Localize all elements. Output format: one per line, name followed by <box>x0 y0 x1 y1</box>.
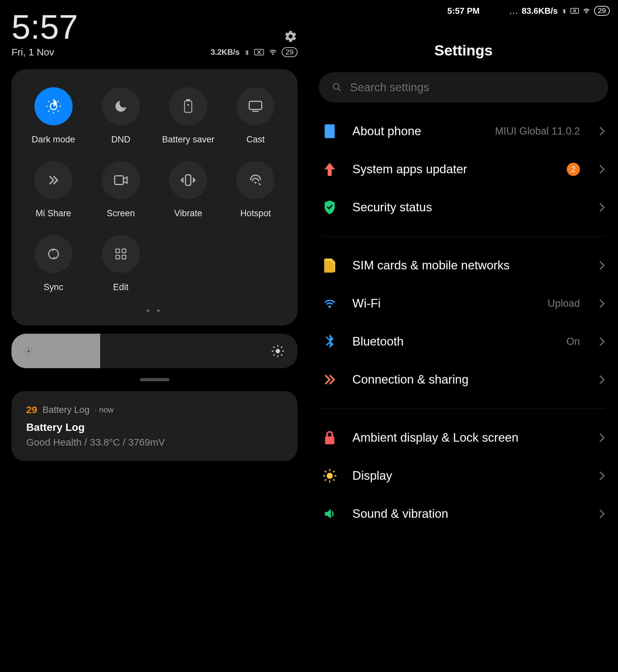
mi-share-icon <box>34 161 73 199</box>
menu-item-wifi[interactable]: Wi-FiUpload <box>309 284 618 322</box>
shade-handle[interactable] <box>140 378 170 381</box>
menu-item-bluetooth[interactable]: BluetoothOn <box>309 322 618 361</box>
shield-check-icon <box>322 200 337 215</box>
brightness-slider[interactable] <box>11 334 298 368</box>
wifi-icon <box>268 48 278 56</box>
svg-line-36 <box>274 347 275 348</box>
notification-card[interactable]: 29 Battery Log · now Battery Log Good He… <box>11 391 298 461</box>
menu-item-sim[interactable]: SIM cards & mobile networks <box>309 246 618 284</box>
search-input[interactable]: Search settings <box>319 72 608 102</box>
qs-tile-dark-mode[interactable]: Dark mode <box>23 87 84 145</box>
quick-settings-panel: Dark modeDNDBattery saverCastMi ShareScr… <box>11 69 298 325</box>
brightness-high-icon <box>271 345 284 358</box>
qs-tile-label: Edit <box>113 282 129 292</box>
menu-item-label: Sound & vibration <box>352 507 584 521</box>
settings-gear-button[interactable] <box>284 10 298 43</box>
menu-item-label: Bluetooth <box>352 335 551 349</box>
svg-line-42 <box>338 89 341 91</box>
wifi-icon <box>582 8 591 14</box>
qs-tile-battery-saver[interactable]: Battery saver <box>158 87 219 145</box>
chevron-right-icon <box>599 509 605 519</box>
qs-tile-label: Battery saver <box>162 135 214 145</box>
chevron-right-icon <box>599 375 605 385</box>
statusbar: 5:57 PM ... 83.6KB/s 29 <box>309 3 618 19</box>
svg-line-28 <box>30 353 31 354</box>
wifi-icon <box>322 296 337 311</box>
update-badge: 2 <box>567 163 580 176</box>
qs-tile-mi-share[interactable]: Mi Share <box>23 161 84 219</box>
shade-clock: 5:57 <box>11 10 78 44</box>
menu-item-label: SIM cards & mobile networks <box>352 259 584 272</box>
chevron-right-icon <box>599 261 605 270</box>
qs-tile-sync[interactable]: Sync <box>23 235 84 292</box>
svg-rect-44 <box>325 436 334 444</box>
lock-icon <box>322 430 337 445</box>
sync-icon <box>34 235 73 273</box>
brightness-low-icon <box>24 347 33 356</box>
qs-tile-edit[interactable]: Edit <box>90 235 151 292</box>
qs-tile-hotspot[interactable]: Hotspot <box>225 161 286 219</box>
qs-tile-screen-rec[interactable]: Screen <box>90 161 151 219</box>
qs-tile-label: DND <box>111 135 131 145</box>
phone-icon <box>322 124 337 139</box>
statusbar-net-speed: 83.6KB/s <box>522 6 558 16</box>
statusbar-battery: 29 <box>594 6 610 16</box>
menu-item-about[interactable]: About phoneMIUI Global 11.0.2 <box>309 112 618 150</box>
menu-item-sharing[interactable]: Connection & sharing <box>309 361 618 399</box>
divider <box>322 236 605 237</box>
svg-point-16 <box>255 182 257 184</box>
svg-line-7 <box>58 111 59 112</box>
net-speed-label: 3.2KB/s <box>210 47 239 57</box>
svg-rect-10 <box>185 101 192 113</box>
svg-rect-18 <box>116 249 119 253</box>
notif-title: Battery Log <box>26 421 283 433</box>
page-dots: ● ● <box>23 307 286 314</box>
notif-body: Good Health / 33.8°C / 3769mV <box>26 437 283 448</box>
menu-item-updater[interactable]: System apps updater2 <box>309 150 618 188</box>
vibrate-icon <box>169 161 207 199</box>
menu-item-subtext: On <box>566 336 580 348</box>
qs-tile-label: Hotspot <box>240 209 271 219</box>
sim-icon <box>322 258 337 273</box>
svg-point-41 <box>333 84 339 90</box>
qs-tile-label: Screen <box>107 209 135 219</box>
shade-status-icons: 3.2KB/s 29 <box>210 47 298 57</box>
chevron-right-icon <box>599 203 605 212</box>
menu-item-subtext: MIUI Global 11.0.2 <box>495 125 580 137</box>
svg-line-30 <box>30 348 31 349</box>
menu-item-label: Connection & sharing <box>352 373 584 387</box>
svg-line-37 <box>281 354 282 355</box>
svg-line-9 <box>58 101 59 102</box>
qs-tile-dnd[interactable]: DND <box>90 87 151 145</box>
dnd-icon <box>102 87 140 125</box>
menu-item-lockscreen[interactable]: Ambient display & Lock screen <box>309 419 618 457</box>
notif-app-name: Battery Log <box>42 405 89 415</box>
statusbar-time: 5:57 PM <box>447 6 480 16</box>
svg-line-29 <box>26 353 27 354</box>
qs-tile-cast[interactable]: Cast <box>225 87 286 145</box>
cellular-off-icon <box>254 48 264 56</box>
menu-item-sound[interactable]: Sound & vibration <box>309 495 618 533</box>
menu-item-label: Ambient display & Lock screen <box>352 431 584 445</box>
svg-line-39 <box>281 347 282 348</box>
menu-item-security[interactable]: Security status <box>309 188 618 227</box>
qs-tile-vibrate[interactable]: Vibrate <box>158 161 219 219</box>
sun-icon <box>322 468 337 483</box>
svg-line-50 <box>325 471 326 472</box>
svg-point-31 <box>276 349 280 353</box>
svg-rect-11 <box>187 99 190 101</box>
svg-rect-43 <box>325 124 335 138</box>
chevron-right-icon <box>599 299 605 308</box>
screen-rec-icon <box>102 161 140 199</box>
settings-app: 5:57 PM ... 83.6KB/s 29 Settings Search … <box>309 0 618 672</box>
notification-shade: 5:57 Fri, 1 Nov 3.2KB/s 29 Dark modeDNDB… <box>0 0 309 672</box>
svg-line-6 <box>48 101 49 102</box>
chevron-right-icon <box>599 126 605 136</box>
edit-icon <box>102 235 140 273</box>
menu-item-display[interactable]: Display <box>309 457 618 495</box>
chevron-right-icon <box>599 164 605 174</box>
gear-icon <box>284 29 298 43</box>
chevron-right-icon <box>599 471 605 481</box>
svg-rect-14 <box>115 176 123 184</box>
svg-line-51 <box>333 480 335 481</box>
